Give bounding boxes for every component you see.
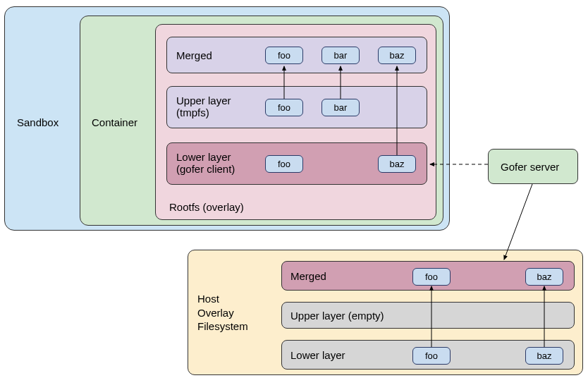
- merged-file-bar: bar: [321, 47, 360, 64]
- svg-line-4: [504, 184, 532, 260]
- merged-file-baz: baz: [378, 47, 416, 64]
- host-upper-label: Upper layer (empty): [290, 310, 384, 322]
- lower-label: Lower layer (gofer client): [176, 151, 235, 175]
- gofer-server-label: Gofer server: [501, 161, 559, 173]
- lower-file-baz: baz: [378, 155, 416, 173]
- host-merged-file-baz: baz: [525, 268, 563, 286]
- sandbox-label: Sandbox: [17, 116, 59, 128]
- upper-file-foo: foo: [265, 99, 303, 116]
- host-lower-file-baz: baz: [525, 347, 563, 365]
- host-label: Host Overlay Filesystem: [197, 292, 248, 334]
- rootfs-label: Rootfs (overlay): [169, 201, 244, 213]
- host-merged-file-foo: foo: [412, 268, 451, 286]
- host-merged-label: Merged: [290, 270, 326, 282]
- upper-label: Upper layer (tmpfs): [176, 94, 231, 118]
- merged-file-foo: foo: [265, 47, 303, 64]
- container-label: Container: [92, 116, 137, 128]
- merged-label: Merged: [176, 49, 212, 61]
- lower-file-foo: foo: [265, 155, 303, 173]
- host-lower-label: Lower layer: [290, 349, 345, 361]
- upper-file-bar: bar: [321, 99, 360, 116]
- host-lower-file-foo: foo: [412, 347, 451, 365]
